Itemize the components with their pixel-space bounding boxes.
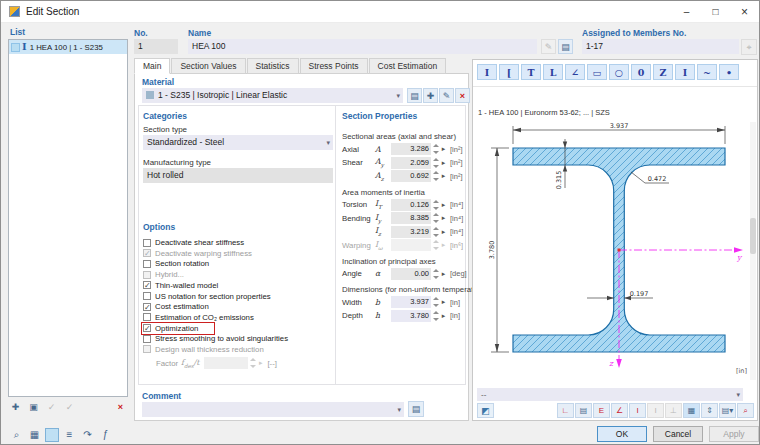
section-type-combobox[interactable]: Standardized - Steel ▾ — [143, 135, 333, 150]
shape-rectangle-button[interactable]: ▭ — [587, 64, 607, 80]
show-stress-points-button[interactable]: Ε — [593, 403, 610, 418]
checkbox-deactivate-shear-stiffness[interactable] — [143, 239, 151, 247]
copy-section-button[interactable]: ▣ — [26, 399, 41, 414]
property-group: Sectional areas (axial and shear)AxialA3… — [342, 132, 468, 182]
unit-label: [in²] — [450, 158, 463, 167]
checkbox-estimation-of-co-emissions[interactable] — [143, 313, 151, 321]
pick-members-button[interactable]: ⌖ — [741, 39, 757, 55]
option-label: Cost estimation — [155, 302, 209, 311]
section-properties-heading: Section Properties — [342, 111, 468, 121]
minimize-button[interactable]: – — [672, 1, 701, 23]
shape-circle-button[interactable]: ○ — [609, 64, 629, 80]
print-button[interactable]: ▤▾ — [719, 403, 736, 418]
close-button[interactable]: × — [730, 1, 759, 23]
shape-angle-button[interactable]: L — [543, 64, 563, 80]
ok-button[interactable]: OK — [597, 426, 647, 442]
shape-corrugated-button[interactable]: ~ — [697, 64, 717, 80]
show-section-button[interactable]: I — [629, 403, 646, 418]
shape-i-section-button[interactable]: I — [477, 64, 497, 80]
detail-arrow-button[interactable]: ▸ — [439, 270, 448, 278]
comment-copy-button[interactable]: ▤ — [408, 401, 424, 417]
print-graphic-button[interactable]: ▤ — [575, 403, 592, 418]
tab-cost-estimation[interactable]: Cost Estimation — [369, 58, 447, 74]
show-values-button[interactable]: ⇕ — [701, 403, 718, 418]
detail-arrow-button[interactable]: ▸ — [439, 298, 448, 306]
list-item[interactable]: I1 HEA 100 | 1 - S235 — [9, 40, 127, 54]
unit-label: [in²] — [450, 145, 463, 154]
comment-combobox[interactable]: ▾ — [142, 402, 404, 417]
shape-corner-button[interactable]: ∠ — [565, 64, 585, 80]
option-optimization: ✓Optimization — [143, 324, 213, 333]
shape-pipe-button[interactable]: 0 — [631, 64, 651, 80]
assigned-members-field[interactable]: 1-17 — [582, 39, 739, 54]
checkbox-thin-walled-model[interactable]: ✓ — [143, 281, 151, 289]
section-table-button[interactable]: ▦ — [27, 427, 42, 442]
color-reference-button[interactable] — [45, 428, 59, 442]
function-button[interactable]: ƒ — [98, 427, 113, 442]
detail-arrow-button[interactable]: ▸ — [439, 312, 448, 320]
tab-main[interactable]: Main — [134, 58, 170, 74]
tab-section-values[interactable]: Section Values — [171, 58, 245, 74]
checkbox-optimization[interactable]: ✓ — [143, 324, 151, 332]
cancel-button[interactable]: Cancel — [653, 426, 703, 442]
maximize-button[interactable]: □ — [701, 1, 730, 23]
checkbox-cost-estimation[interactable]: ✓ — [143, 303, 151, 311]
new-material-button[interactable]: ✚ — [423, 88, 438, 103]
delete-section-button[interactable]: × — [113, 399, 128, 414]
spinner[interactable] — [433, 297, 439, 307]
detail-arrow-button[interactable]: ▸ — [439, 159, 448, 167]
detail-arrow-button[interactable]: ▸ — [439, 145, 448, 153]
value-field: 8.385 — [391, 212, 431, 224]
detail-arrow-button[interactable]: ▸ — [439, 201, 448, 209]
material-heading: Material — [142, 77, 174, 87]
tab-statistics[interactable]: Statistics — [247, 58, 299, 74]
name-label: Name — [188, 28, 211, 38]
checkbox-us-notation-for-section-properties[interactable] — [143, 292, 151, 300]
find-section-button[interactable]: ⌕ — [9, 427, 24, 442]
checkbox-section-rotation[interactable] — [143, 260, 151, 268]
centroid-marker — [618, 249, 621, 252]
show-dimensions-button[interactable]: ∟ — [557, 403, 574, 418]
delete-material-button[interactable]: × — [455, 88, 470, 103]
value-field: 3.219 — [391, 226, 431, 238]
tab-stress-points[interactable]: Stress Points — [300, 58, 368, 74]
shape-t-section-button[interactable]: T — [521, 64, 541, 80]
drawing-scrollbar-thumb[interactable] — [750, 218, 756, 254]
value-field[interactable]: 3.780 — [391, 310, 431, 322]
chevron-down-icon: ▾ — [326, 135, 330, 150]
zoom-reset-button[interactable]: ⌕ — [737, 403, 754, 418]
option-us-notation-for-section-properties: US notation for section properties — [143, 291, 333, 300]
shape-rail-button[interactable]: Ι — [675, 64, 695, 80]
material-library-button[interactable]: ▤ — [407, 88, 422, 103]
shape-z-section-button[interactable]: Z — [653, 64, 673, 80]
name-field[interactable]: HEA 100 — [188, 39, 537, 54]
result-combobox[interactable]: -- ▾ — [477, 388, 743, 401]
property-group-title: Dimensions (for non-uniform temperature … — [342, 285, 468, 294]
option-label: Estimation of CO₂ emissions — [155, 313, 254, 322]
show-welds-button[interactable]: ∠ — [611, 403, 628, 418]
material-toolbar: ▤✚✎× — [407, 88, 470, 103]
import-button[interactable]: ↷ — [80, 427, 95, 442]
option-label: Stress smoothing to avoid singularities — [155, 334, 288, 343]
material-combobox[interactable]: 1 - S235 | Isotropic | Linear Elastic ▾ — [142, 88, 403, 103]
detail-arrow-button[interactable]: ▸ — [439, 214, 448, 222]
drawing-scrollbar[interactable] — [750, 122, 756, 380]
filter-button[interactable]: ≡ — [62, 427, 77, 442]
spinner[interactable] — [433, 311, 439, 321]
dialog-title: Edit Section — [26, 6, 79, 17]
new-section-button[interactable]: ✚ — [8, 399, 23, 414]
value-field[interactable]: 3.937 — [391, 296, 431, 308]
checkbox-stress-smoothing-to-avoid-singularities[interactable] — [143, 335, 151, 343]
section-library-button[interactable]: ▤ — [558, 39, 573, 54]
render-mode-button[interactable]: ◩ — [477, 403, 494, 418]
unit-label: [in²] — [450, 172, 463, 181]
list-toolbar: ✚▣✓✓× — [8, 399, 128, 414]
factor-detail-button: ▸ — [256, 359, 265, 367]
detail-arrow-button[interactable]: ▸ — [439, 172, 448, 180]
show-table-button[interactable]: ▦ — [683, 403, 700, 418]
shape-point-button[interactable]: • — [719, 64, 739, 80]
shape-channel-button[interactable]: [ — [499, 64, 519, 80]
detail-arrow-button[interactable]: ▸ — [439, 228, 448, 236]
section-list[interactable]: I1 HEA 100 | 1 - S235 — [8, 39, 128, 397]
edit-material-button[interactable]: ✎ — [439, 88, 454, 103]
